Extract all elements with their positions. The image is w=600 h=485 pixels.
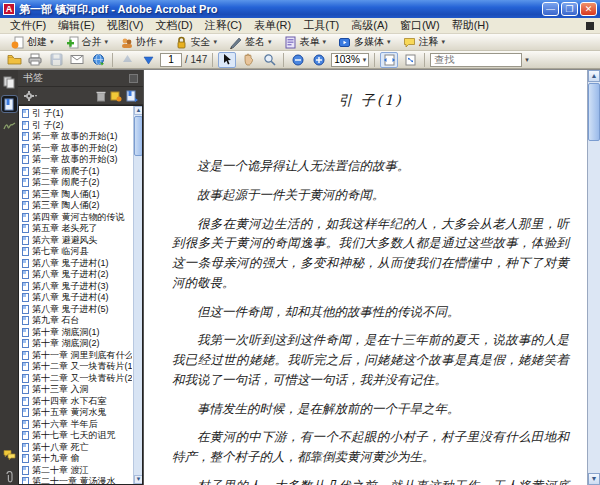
bookmark-item[interactable]: 第十一章 洞里到底有什么 xyxy=(22,350,132,362)
combine-button[interactable]: 合并 ▾ xyxy=(61,34,114,50)
email-button[interactable] xyxy=(68,52,86,68)
menu-item[interactable]: 高级(A) xyxy=(345,17,394,34)
bookmark-label: 第一章 故事的开始(3) xyxy=(32,154,118,166)
next-page-button[interactable] xyxy=(139,52,157,68)
options-gear-icon[interactable] xyxy=(23,90,37,102)
bookmark-page-icon xyxy=(22,454,29,463)
bookmark-item[interactable]: 第一章 故事的开始(3) xyxy=(22,154,132,166)
zoom-level-value: 103% xyxy=(334,54,360,65)
pages-panel-button[interactable] xyxy=(2,74,17,90)
scroll-up-icon[interactable]: ▲ xyxy=(588,70,600,82)
bookmark-item[interactable]: 第十二章 又一块青砖片(1) xyxy=(22,361,132,373)
menu-item[interactable]: 窗口(W) xyxy=(394,17,446,34)
bookmark-item[interactable]: 第十五章 黄河水鬼 xyxy=(22,407,132,419)
save-button[interactable] xyxy=(47,52,65,68)
collaborate-button[interactable]: 协作 ▾ xyxy=(115,34,168,50)
attachments-panel-button[interactable] xyxy=(2,469,17,485)
bookmark-item[interactable]: 第十二章 又一块青砖片(2) xyxy=(22,373,132,385)
fit-page-button[interactable] xyxy=(401,52,419,68)
menu-item[interactable]: 注释(C) xyxy=(199,17,248,34)
zoom-marquee-button[interactable] xyxy=(260,52,278,68)
create-button[interactable]: 创建 ▾ xyxy=(6,34,59,50)
menu-item[interactable]: 文件(F) xyxy=(4,17,52,34)
close-button[interactable]: ✕ xyxy=(580,2,597,16)
bookmark-item[interactable]: 第二章 闹爬子(1) xyxy=(22,166,132,178)
bookmark-item[interactable]: 第三章 陶人俑(1) xyxy=(22,189,132,201)
expand-bookmark-icon[interactable] xyxy=(110,90,122,102)
new-bookmark-icon[interactable] xyxy=(126,90,138,102)
maximize-button[interactable]: ❐ xyxy=(561,2,578,16)
bookmarks-panel-header: 书签 xyxy=(18,70,143,87)
bookmark-item[interactable]: 第二十一章 黄汤漫水 xyxy=(22,476,132,485)
bookmark-item[interactable]: 第九章 石台 xyxy=(22,315,132,327)
search-input[interactable] xyxy=(430,53,522,67)
bookmark-item[interactable]: 第十八章 死亡 xyxy=(22,442,132,454)
menu-bar: 文件(F) 编辑(E) 视图(V) 文档(D) 注释(C) 表单(R) 工具(T… xyxy=(0,18,600,34)
scrollbar-thumb[interactable] xyxy=(134,116,143,156)
bookmark-item[interactable]: 第十七章 七天的诅咒 xyxy=(22,430,132,442)
open-button[interactable] xyxy=(5,52,23,68)
menu-item[interactable]: 编辑(E) xyxy=(52,17,101,34)
bookmark-item[interactable]: 第八章 鬼子进村(5) xyxy=(22,304,132,316)
menu-item[interactable]: 工具(T) xyxy=(297,17,345,34)
forms-button[interactable]: 表单 ▾ xyxy=(279,34,332,50)
zoom-out-button[interactable] xyxy=(289,52,307,68)
bookmark-item[interactable]: 引 子(1) xyxy=(22,108,132,120)
bookmark-item[interactable]: 第十六章 半年后 xyxy=(22,419,132,431)
bookmark-item[interactable]: 第八章 鬼子进村(1) xyxy=(22,258,132,270)
print-button[interactable] xyxy=(26,52,44,68)
menu-item[interactable]: 文档(D) xyxy=(149,17,198,34)
hand-tool-button[interactable] xyxy=(239,52,257,68)
secure-caret-icon: ▾ xyxy=(214,38,218,46)
bookmark-item[interactable]: 第十九章 偷 xyxy=(22,453,132,465)
zoom-in-button[interactable] xyxy=(310,52,328,68)
bookmark-item[interactable]: 第二章 闹爬子(2) xyxy=(22,177,132,189)
comment-button[interactable]: 注释 ▾ xyxy=(398,34,451,50)
bookmark-item[interactable]: 第二十章 渡江 xyxy=(22,465,132,477)
secure-button[interactable]: 安全 ▾ xyxy=(170,34,223,50)
scroll-down-icon[interactable]: ▼ xyxy=(588,473,600,485)
menu-item[interactable]: 视图(V) xyxy=(101,17,150,34)
bookmark-label: 第二十章 渡江 xyxy=(32,465,89,477)
document-paragraph: 村子里的人，大多数从几代之前，就从事这种工作，工人将黄河底下的黄沙泥用沙斗挖上来… xyxy=(172,476,569,485)
upload-button[interactable] xyxy=(89,52,107,68)
scroll-up-icon[interactable]: ▲ xyxy=(134,106,143,115)
panel-options-box[interactable] xyxy=(129,74,138,83)
sign-button[interactable]: 签名 ▾ xyxy=(224,34,277,50)
select-tool-button[interactable] xyxy=(218,52,236,68)
bookmarks-scrollbar[interactable]: ▲ ▼ xyxy=(133,106,142,484)
bookmark-item[interactable]: 第六章 避避风头 xyxy=(22,235,132,247)
scrollbar-thumb[interactable] xyxy=(588,83,600,141)
bookmark-item[interactable]: 第四章 黄河古物的传说 xyxy=(22,212,132,224)
bookmark-item[interactable]: 第五章 老头死了 xyxy=(22,223,132,235)
menu-item[interactable]: 表单(R) xyxy=(248,17,297,34)
minimize-button[interactable]: — xyxy=(542,2,559,16)
toolbar-collapse-box[interactable] xyxy=(586,22,594,30)
bookmark-item[interactable]: 第八章 鬼子进村(4) xyxy=(22,292,132,304)
zoom-level-dropdown[interactable]: 103% ▾ xyxy=(331,53,369,67)
bookmark-item[interactable]: 第七章 临河县 xyxy=(22,246,132,258)
page-number-input[interactable] xyxy=(160,53,182,67)
bookmark-item[interactable]: 第十三章 入洞 xyxy=(22,384,132,396)
bookmark-item[interactable]: 第十四章 水下石室 xyxy=(22,396,132,408)
comments-panel-button[interactable] xyxy=(2,447,17,463)
scroll-down-icon[interactable]: ▼ xyxy=(134,475,143,484)
multimedia-button[interactable]: 多媒体 ▾ xyxy=(333,34,396,50)
bookmark-item[interactable]: 第八章 鬼子进村(3) xyxy=(22,281,132,293)
previous-page-button[interactable] xyxy=(118,52,136,68)
document-scrollbar[interactable]: ▲ ▼ xyxy=(587,70,600,485)
bookmark-item[interactable]: 第十章 湖底洞(1) xyxy=(22,327,132,339)
menu-item[interactable]: 帮助(H) xyxy=(446,17,495,34)
pdf-page[interactable]: 引 子(1) 这是一个诡异得让人无法置信的故事。 故事起源于一件关于黄河的奇闻。… xyxy=(144,70,587,485)
bookmarks-panel-button[interactable] xyxy=(2,96,17,112)
bookmark-item[interactable]: 第三章 陶人俑(2) xyxy=(22,200,132,212)
bookmark-item[interactable]: 第一章 故事的开始(1) xyxy=(22,131,132,143)
bookmark-item[interactable]: 第十章 湖底洞(2) xyxy=(22,338,132,350)
delete-bookmark-icon[interactable] xyxy=(96,90,106,102)
bookmark-item[interactable]: 第一章 故事的开始(2) xyxy=(22,143,132,155)
document-paragraph: 这是一个诡异得让人无法置信的故事。 xyxy=(172,156,569,176)
bookmark-item[interactable]: 引 子(2) xyxy=(22,120,132,132)
bookmark-item[interactable]: 第八章 鬼子进村(2) xyxy=(22,269,132,281)
fit-width-button[interactable] xyxy=(380,52,398,68)
signatures-panel-button[interactable] xyxy=(2,118,17,134)
